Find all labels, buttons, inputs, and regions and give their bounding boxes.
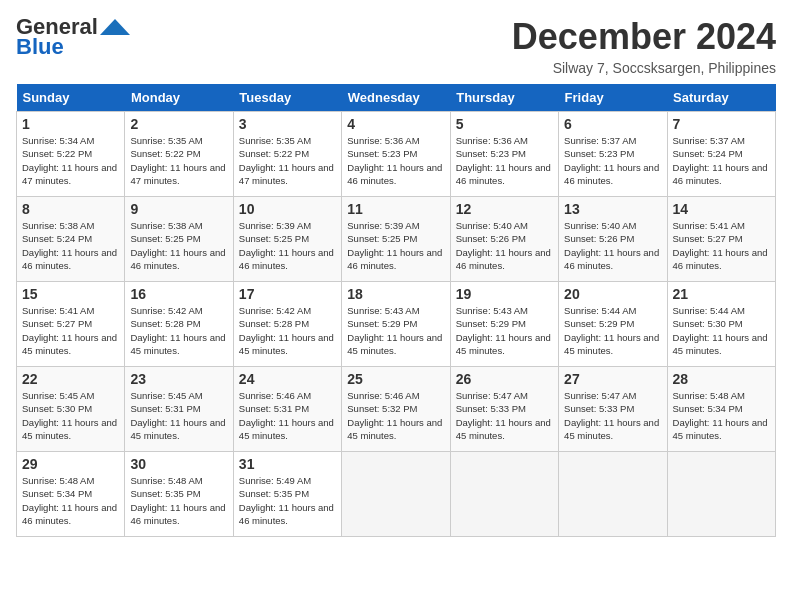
title-area: December 2024 Silway 7, Soccsksargen, Ph… xyxy=(512,16,776,76)
day-number: 8 xyxy=(22,201,119,217)
day-info: Sunrise: 5:38 AMSunset: 5:25 PMDaylight:… xyxy=(130,219,227,272)
calendar-cell: 3Sunrise: 5:35 AMSunset: 5:22 PMDaylight… xyxy=(233,112,341,197)
calendar-cell: 17Sunrise: 5:42 AMSunset: 5:28 PMDayligh… xyxy=(233,282,341,367)
calendar-cell: 24Sunrise: 5:46 AMSunset: 5:31 PMDayligh… xyxy=(233,367,341,452)
day-number: 31 xyxy=(239,456,336,472)
day-info: Sunrise: 5:46 AMSunset: 5:31 PMDaylight:… xyxy=(239,389,336,442)
day-number: 16 xyxy=(130,286,227,302)
day-info: Sunrise: 5:40 AMSunset: 5:26 PMDaylight:… xyxy=(456,219,553,272)
day-number: 1 xyxy=(22,116,119,132)
day-info: Sunrise: 5:46 AMSunset: 5:32 PMDaylight:… xyxy=(347,389,444,442)
calendar-cell: 30Sunrise: 5:48 AMSunset: 5:35 PMDayligh… xyxy=(125,452,233,537)
calendar-cell: 31Sunrise: 5:49 AMSunset: 5:35 PMDayligh… xyxy=(233,452,341,537)
day-info: Sunrise: 5:34 AMSunset: 5:22 PMDaylight:… xyxy=(22,134,119,187)
day-info: Sunrise: 5:48 AMSunset: 5:34 PMDaylight:… xyxy=(22,474,119,527)
calendar-cell xyxy=(450,452,558,537)
weekday-header-row: SundayMondayTuesdayWednesdayThursdayFrid… xyxy=(17,84,776,112)
month-title: December 2024 xyxy=(512,16,776,58)
calendar-cell: 1Sunrise: 5:34 AMSunset: 5:22 PMDaylight… xyxy=(17,112,125,197)
calendar-week-row: 15Sunrise: 5:41 AMSunset: 5:27 PMDayligh… xyxy=(17,282,776,367)
day-number: 23 xyxy=(130,371,227,387)
calendar-cell: 23Sunrise: 5:45 AMSunset: 5:31 PMDayligh… xyxy=(125,367,233,452)
calendar-week-row: 8Sunrise: 5:38 AMSunset: 5:24 PMDaylight… xyxy=(17,197,776,282)
page-header: General Blue December 2024 Silway 7, Soc… xyxy=(16,16,776,76)
day-number: 3 xyxy=(239,116,336,132)
day-info: Sunrise: 5:39 AMSunset: 5:25 PMDaylight:… xyxy=(239,219,336,272)
day-number: 27 xyxy=(564,371,661,387)
weekday-header-friday: Friday xyxy=(559,84,667,112)
calendar-cell: 25Sunrise: 5:46 AMSunset: 5:32 PMDayligh… xyxy=(342,367,450,452)
weekday-header-tuesday: Tuesday xyxy=(233,84,341,112)
calendar-cell xyxy=(342,452,450,537)
day-info: Sunrise: 5:37 AMSunset: 5:24 PMDaylight:… xyxy=(673,134,770,187)
calendar-cell: 11Sunrise: 5:39 AMSunset: 5:25 PMDayligh… xyxy=(342,197,450,282)
calendar-cell: 18Sunrise: 5:43 AMSunset: 5:29 PMDayligh… xyxy=(342,282,450,367)
calendar-week-row: 22Sunrise: 5:45 AMSunset: 5:30 PMDayligh… xyxy=(17,367,776,452)
day-info: Sunrise: 5:44 AMSunset: 5:30 PMDaylight:… xyxy=(673,304,770,357)
logo: General Blue xyxy=(16,16,130,58)
day-info: Sunrise: 5:36 AMSunset: 5:23 PMDaylight:… xyxy=(456,134,553,187)
day-number: 7 xyxy=(673,116,770,132)
day-number: 12 xyxy=(456,201,553,217)
calendar-cell: 20Sunrise: 5:44 AMSunset: 5:29 PMDayligh… xyxy=(559,282,667,367)
calendar-cell: 19Sunrise: 5:43 AMSunset: 5:29 PMDayligh… xyxy=(450,282,558,367)
calendar-cell: 14Sunrise: 5:41 AMSunset: 5:27 PMDayligh… xyxy=(667,197,775,282)
day-number: 22 xyxy=(22,371,119,387)
day-number: 18 xyxy=(347,286,444,302)
day-info: Sunrise: 5:45 AMSunset: 5:30 PMDaylight:… xyxy=(22,389,119,442)
day-info: Sunrise: 5:37 AMSunset: 5:23 PMDaylight:… xyxy=(564,134,661,187)
day-info: Sunrise: 5:45 AMSunset: 5:31 PMDaylight:… xyxy=(130,389,227,442)
day-number: 26 xyxy=(456,371,553,387)
day-info: Sunrise: 5:47 AMSunset: 5:33 PMDaylight:… xyxy=(564,389,661,442)
calendar-cell: 4Sunrise: 5:36 AMSunset: 5:23 PMDaylight… xyxy=(342,112,450,197)
weekday-header-sunday: Sunday xyxy=(17,84,125,112)
calendar-cell: 22Sunrise: 5:45 AMSunset: 5:30 PMDayligh… xyxy=(17,367,125,452)
day-number: 20 xyxy=(564,286,661,302)
day-number: 9 xyxy=(130,201,227,217)
calendar-cell: 5Sunrise: 5:36 AMSunset: 5:23 PMDaylight… xyxy=(450,112,558,197)
day-number: 28 xyxy=(673,371,770,387)
day-info: Sunrise: 5:38 AMSunset: 5:24 PMDaylight:… xyxy=(22,219,119,272)
day-number: 4 xyxy=(347,116,444,132)
calendar-cell: 29Sunrise: 5:48 AMSunset: 5:34 PMDayligh… xyxy=(17,452,125,537)
day-info: Sunrise: 5:47 AMSunset: 5:33 PMDaylight:… xyxy=(456,389,553,442)
day-info: Sunrise: 5:35 AMSunset: 5:22 PMDaylight:… xyxy=(130,134,227,187)
calendar-cell xyxy=(667,452,775,537)
weekday-header-monday: Monday xyxy=(125,84,233,112)
day-number: 10 xyxy=(239,201,336,217)
calendar-cell: 10Sunrise: 5:39 AMSunset: 5:25 PMDayligh… xyxy=(233,197,341,282)
weekday-header-thursday: Thursday xyxy=(450,84,558,112)
day-number: 15 xyxy=(22,286,119,302)
day-number: 14 xyxy=(673,201,770,217)
day-number: 29 xyxy=(22,456,119,472)
calendar-cell: 15Sunrise: 5:41 AMSunset: 5:27 PMDayligh… xyxy=(17,282,125,367)
calendar-cell xyxy=(559,452,667,537)
day-number: 30 xyxy=(130,456,227,472)
calendar-cell: 7Sunrise: 5:37 AMSunset: 5:24 PMDaylight… xyxy=(667,112,775,197)
calendar-cell: 21Sunrise: 5:44 AMSunset: 5:30 PMDayligh… xyxy=(667,282,775,367)
calendar-cell: 13Sunrise: 5:40 AMSunset: 5:26 PMDayligh… xyxy=(559,197,667,282)
calendar-cell: 2Sunrise: 5:35 AMSunset: 5:22 PMDaylight… xyxy=(125,112,233,197)
day-number: 17 xyxy=(239,286,336,302)
calendar-cell: 6Sunrise: 5:37 AMSunset: 5:23 PMDaylight… xyxy=(559,112,667,197)
calendar-cell: 26Sunrise: 5:47 AMSunset: 5:33 PMDayligh… xyxy=(450,367,558,452)
day-number: 19 xyxy=(456,286,553,302)
calendar-cell: 16Sunrise: 5:42 AMSunset: 5:28 PMDayligh… xyxy=(125,282,233,367)
day-number: 25 xyxy=(347,371,444,387)
day-info: Sunrise: 5:41 AMSunset: 5:27 PMDaylight:… xyxy=(22,304,119,357)
day-number: 5 xyxy=(456,116,553,132)
day-info: Sunrise: 5:43 AMSunset: 5:29 PMDaylight:… xyxy=(456,304,553,357)
logo-icon xyxy=(100,17,130,37)
day-info: Sunrise: 5:39 AMSunset: 5:25 PMDaylight:… xyxy=(347,219,444,272)
day-info: Sunrise: 5:40 AMSunset: 5:26 PMDaylight:… xyxy=(564,219,661,272)
calendar-cell: 27Sunrise: 5:47 AMSunset: 5:33 PMDayligh… xyxy=(559,367,667,452)
day-info: Sunrise: 5:42 AMSunset: 5:28 PMDaylight:… xyxy=(130,304,227,357)
weekday-header-wednesday: Wednesday xyxy=(342,84,450,112)
calendar-cell: 9Sunrise: 5:38 AMSunset: 5:25 PMDaylight… xyxy=(125,197,233,282)
logo-blue: Blue xyxy=(16,36,64,58)
day-info: Sunrise: 5:48 AMSunset: 5:35 PMDaylight:… xyxy=(130,474,227,527)
day-info: Sunrise: 5:36 AMSunset: 5:23 PMDaylight:… xyxy=(347,134,444,187)
day-info: Sunrise: 5:49 AMSunset: 5:35 PMDaylight:… xyxy=(239,474,336,527)
calendar-week-row: 29Sunrise: 5:48 AMSunset: 5:34 PMDayligh… xyxy=(17,452,776,537)
location: Silway 7, Soccsksargen, Philippines xyxy=(512,60,776,76)
